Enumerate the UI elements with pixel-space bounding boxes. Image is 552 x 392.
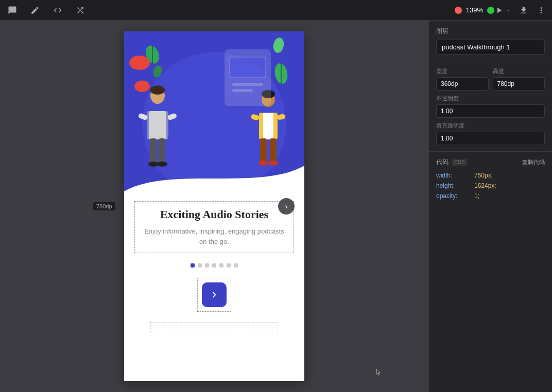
- dot-7: [234, 263, 238, 268]
- shuffle-icon[interactable]: [74, 4, 87, 16]
- copy-code-btn[interactable]: 复制代码: [522, 158, 545, 166]
- svg-rect-30: [232, 83, 263, 86]
- code-value-height: 1624px;: [474, 182, 496, 189]
- code-label-text: 代码: [436, 158, 449, 167]
- opacity-input[interactable]: [436, 104, 545, 118]
- fill-opacity-group: 填充透明度: [436, 122, 545, 145]
- dimensions-section: 宽度 高度 不透明度 填充透明度: [429, 61, 552, 152]
- dots-pagination: [191, 263, 238, 268]
- arrow-btn-wrapper: [197, 278, 231, 312]
- content-title: Exciting Audio Stories: [143, 208, 285, 221]
- svg-rect-16: [167, 113, 177, 121]
- code-value-width: 750px;: [474, 172, 493, 179]
- code-key-opacity: opacity:: [436, 192, 472, 200]
- svg-rect-26: [277, 114, 285, 120]
- zoom-increase-btn[interactable]: [487, 7, 494, 14]
- dot-6: [227, 263, 231, 268]
- height-label: 高度: [493, 67, 545, 75]
- pencil-icon[interactable]: [29, 4, 41, 16]
- width-input[interactable]: [436, 77, 489, 91]
- svg-rect-20: [263, 113, 273, 139]
- bg-device: [222, 47, 273, 109]
- svg-point-8: [150, 85, 165, 95]
- code-section: 代码 CSS 复制代码 width: 750px; height: 1624px…: [429, 152, 552, 209]
- dot-4: [212, 263, 216, 268]
- svg-rect-28: [230, 57, 266, 78]
- canvas-next-arrow[interactable]: ›: [278, 198, 295, 215]
- code-header: 代码 CSS 复制代码: [436, 158, 545, 167]
- svg-rect-22: [270, 138, 277, 163]
- code-label: 代码 CSS: [436, 158, 468, 167]
- svg-point-3: [152, 64, 163, 78]
- fill-opacity-input[interactable]: [436, 132, 545, 145]
- phone-mockup: Exciting Audio Stories Enjoy informative…: [124, 31, 304, 381]
- toolbar: 139%: [0, 0, 552, 21]
- comment-icon[interactable]: [6, 4, 19, 16]
- canvas-area[interactable]: 780dp: [0, 21, 428, 392]
- layer-section: 图层: [429, 21, 552, 61]
- height-input[interactable]: [493, 77, 545, 91]
- css-badge: CSS: [452, 159, 468, 166]
- right-panel: 图层 宽度 高度 不透明度 填充透明度: [428, 21, 552, 392]
- zoom-value: 139%: [466, 6, 483, 14]
- code-prop-opacity: opacity: 1;: [436, 192, 545, 200]
- svg-rect-25: [250, 114, 260, 121]
- svg-rect-15: [138, 113, 148, 121]
- width-label: 780dp: [93, 202, 115, 210]
- svg-rect-12: [159, 138, 165, 164]
- height-group: 高度: [493, 67, 545, 91]
- toolbar-right: [494, 6, 546, 15]
- phone-bottom-hint: [150, 322, 278, 332]
- svg-point-24: [268, 161, 279, 166]
- menu-btn[interactable]: [537, 6, 546, 15]
- code-prop-height: height: 1624px;: [436, 182, 545, 189]
- code-prop-width: width: 750px;: [436, 172, 545, 179]
- toolbar-left: [6, 4, 455, 16]
- phone-illustration: [124, 31, 304, 191]
- dot-1: [191, 263, 195, 268]
- dot-2: [198, 263, 202, 268]
- code-icon[interactable]: [51, 4, 64, 16]
- code-value-opacity: 1;: [474, 192, 479, 200]
- code-properties: width: 750px; height: 1624px; opacity: 1…: [436, 172, 545, 200]
- svg-rect-21: [260, 138, 267, 163]
- deco-leaf-2: [150, 62, 165, 78]
- opacity-label: 不透明度: [436, 95, 545, 102]
- deco-leaf-1: [140, 39, 165, 65]
- wave-bottom: [124, 166, 304, 191]
- svg-rect-10: [147, 111, 168, 139]
- svg-point-4: [272, 37, 285, 54]
- svg-point-23: [258, 161, 269, 166]
- cursor: [376, 369, 382, 376]
- layer-label: 图层: [436, 27, 545, 35]
- phone-container: 780dp: [124, 31, 304, 381]
- dimensions-row: 宽度 高度: [436, 67, 545, 91]
- layer-name-input[interactable]: [436, 40, 545, 55]
- phone-content: Exciting Audio Stories Enjoy informative…: [124, 191, 304, 381]
- code-key-width: width:: [436, 172, 472, 179]
- opacity-group: 不透明度: [436, 95, 545, 118]
- download-btn[interactable]: [519, 6, 528, 15]
- svg-rect-11: [150, 138, 157, 164]
- toolbar-center: 139%: [455, 6, 494, 14]
- width-label: 宽度: [436, 67, 489, 75]
- next-arrow-btn[interactable]: [202, 282, 227, 307]
- main-area: 780dp: [0, 21, 552, 392]
- zoom-decrease-btn[interactable]: [455, 7, 462, 14]
- dot-5: [219, 263, 223, 268]
- code-key-height: height:: [436, 182, 472, 189]
- char-left: [134, 83, 181, 175]
- play-preview-btn[interactable]: [494, 6, 511, 15]
- content-subtitle: Enjoy informative, inspiring, engaging p…: [143, 226, 285, 246]
- svg-rect-31: [232, 89, 253, 92]
- fill-opacity-label: 填充透明度: [436, 122, 545, 130]
- width-group: 宽度: [436, 67, 489, 91]
- content-text-box: Exciting Audio Stories Enjoy informative…: [134, 201, 294, 253]
- dot-3: [205, 263, 209, 268]
